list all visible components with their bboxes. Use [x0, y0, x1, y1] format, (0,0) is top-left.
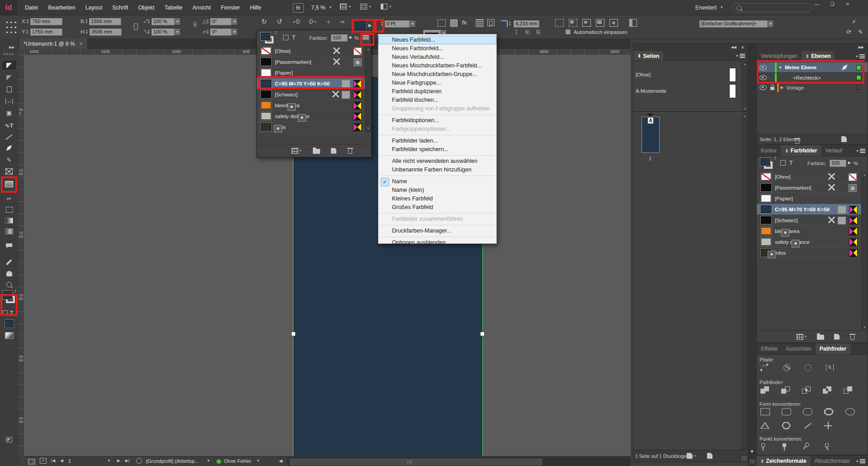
- rotate-cw-button[interactable]: ↻: [261, 18, 267, 25]
- visibility-eye-icon[interactable]: [760, 85, 767, 90]
- fill-proxy[interactable]: [3, 291, 12, 299]
- tab-pathfinder[interactable]: Pathfinder: [816, 343, 850, 354]
- formatting-container-icon[interactable]: [283, 35, 288, 40]
- menu-fenster[interactable]: Fenster: [216, 0, 245, 15]
- scale-y-field[interactable]: 100 %: [151, 28, 175, 36]
- menu-item-name-klein[interactable]: Name (klein): [378, 186, 496, 195]
- menu-item-neue-mischdruckfarben-gruppe[interactable]: Neue Mischdruckfarben-Gruppe...: [378, 70, 496, 79]
- tab-farbfelder[interactable]: ⇕Farbfelder: [781, 145, 821, 156]
- swatches-panel-menu[interactable]: ▼: [856, 145, 868, 156]
- convert-polygon-icon[interactable]: [782, 422, 791, 429]
- toolbar-grip[interactable]: [4, 53, 14, 55]
- selection-handle-right[interactable]: [480, 332, 485, 336]
- height-field[interactable]: 3506 mm: [89, 28, 122, 36]
- convert-fancy-corner-icon[interactable]: [824, 408, 834, 415]
- menu-item-neue-farbgruppe[interactable]: Neue Farbgruppe...: [378, 79, 496, 87]
- swatch-row-papier[interactable]: [Papier]: [257, 67, 365, 78]
- layer-row-vorlage[interactable]: ▶ Vorlage: [757, 83, 868, 93]
- new-color-group-button[interactable]: [313, 149, 320, 154]
- swatch-row-infos[interactable]: infos: [257, 122, 365, 133]
- swatch-row-papier[interactable]: [Papier]: [757, 193, 868, 204]
- view-options-button[interactable]: ▼: [340, 4, 351, 10]
- delete-swatch-button[interactable]: [347, 147, 353, 154]
- pathfinder-minusback-icon[interactable]: [844, 386, 852, 394]
- object-color-chip[interactable]: [856, 75, 861, 80]
- menu-item-farbfelder-speichern[interactable]: Farbfelder speichern...: [378, 145, 496, 154]
- formats-panel-menu[interactable]: ▼: [856, 459, 868, 463]
- swap-fill-stroke-icon[interactable]: ⤴: [774, 156, 776, 161]
- open-path-icon[interactable]: [783, 364, 790, 371]
- new-layer-button[interactable]: [841, 136, 847, 142]
- tint-field[interactable]: 100: [330, 34, 348, 42]
- hscroll-thumb[interactable]: [289, 458, 543, 466]
- delete-layer-button[interactable]: [794, 138, 800, 144]
- pathfinder-intersect-icon[interactable]: [802, 386, 811, 394]
- new-page-button[interactable]: [707, 453, 712, 459]
- horizontal-scrollbar[interactable]: [287, 457, 631, 466]
- fill-flyout-button[interactable]: ▶: [367, 20, 373, 30]
- dashed-frame-icon[interactable]: [438, 19, 446, 27]
- gap-tool[interactable]: |↔|: [1, 95, 17, 106]
- menu-item-neues-farbtonfeld[interactable]: Neues Farbtonfeld...: [378, 44, 496, 53]
- toolbar-fill-stroke-proxy[interactable]: ⤴: [2, 290, 16, 308]
- tab-ausrichten[interactable]: Ausrichten: [782, 343, 816, 354]
- direct-selection-tool[interactable]: ◤: [1, 72, 17, 83]
- stroke-weight-field[interactable]: 0 Pt: [384, 20, 410, 28]
- x-position-field[interactable]: 750 mm: [30, 18, 62, 25]
- autofit-checkbox[interactable]: [565, 29, 571, 35]
- formatting-container-icon[interactable]: [780, 160, 786, 166]
- menu-ansicht[interactable]: Ansicht: [187, 0, 216, 15]
- menu-datei[interactable]: Datei: [20, 0, 43, 15]
- screen-mode-button[interactable]: ▼: [360, 4, 372, 10]
- formatting-text-icon[interactable]: T: [10, 310, 13, 316]
- swatch-row-safety[interactable]: safety distance: [757, 237, 868, 247]
- reference-point-proxy[interactable]: [5, 19, 17, 34]
- apply-gradient-button[interactable]: [1, 330, 17, 341]
- import-icon[interactable]: ⎗: [525, 29, 530, 35]
- pages-scrollbar[interactable]: ▲: [741, 113, 748, 450]
- menu-item-farbfeld-duplizieren[interactable]: Farbfeld duplizieren: [378, 87, 496, 96]
- menu-item-farbfeldoptionen[interactable]: Farbfeldoptionen...: [378, 116, 496, 125]
- disclosure-triangle[interactable]: ▼: [778, 66, 782, 70]
- swatches-scrollbar[interactable]: ▲▼: [861, 171, 868, 331]
- fill-frame-prop-icon[interactable]: [596, 19, 604, 27]
- rectangle-tool[interactable]: [1, 179, 17, 190]
- master-a-row[interactable]: A-Musterseite: [633, 83, 738, 99]
- popup-panel-menu[interactable]: [363, 35, 369, 40]
- convert-line-icon[interactable]: [803, 422, 812, 429]
- convert-triangle-icon[interactable]: [760, 422, 770, 429]
- tint-flyout[interactable]: ▶: [349, 35, 352, 39]
- constrain-dimensions-icon[interactable]: [134, 23, 138, 30]
- swatch-row-ohne[interactable]: [Ohne]: [757, 171, 868, 182]
- fill-color-well[interactable]: [354, 20, 366, 31]
- convert-ellipse-icon[interactable]: [845, 408, 855, 415]
- collapse-toolbar-button[interactable]: ▶▶: [9, 45, 14, 49]
- prev-page-button[interactable]: ◀: [60, 459, 63, 463]
- layer-row-meine-ebene[interactable]: ▼ Meine Ebene: [757, 62, 868, 73]
- note-tool[interactable]: [1, 240, 17, 251]
- constrain-scale-icon[interactable]: [193, 22, 197, 31]
- swap-fill-stroke-icon[interactable]: ⤴: [14, 289, 17, 294]
- shear-dropdown[interactable]: ▼: [231, 28, 238, 36]
- swatch-row-bleed[interactable]: bleed area: [257, 100, 365, 111]
- export-icon[interactable]: ↗: [40, 458, 47, 464]
- menu-layout[interactable]: Layout: [80, 0, 108, 15]
- convert-symmetric-point-icon[interactable]: [824, 443, 832, 451]
- swatch-row-passermarken[interactable]: [Passermarken] ⊕: [757, 182, 868, 193]
- filled-frame-icon[interactable]: [450, 19, 458, 27]
- ruler-origin[interactable]: [18, 49, 24, 55]
- corner-radius-field[interactable]: 4,233 mm: [513, 20, 539, 28]
- page-list-dropdown[interactable]: ▼: [107, 459, 111, 463]
- master-ohne-row[interactable]: [Ohne]: [633, 67, 738, 82]
- edit-original-icon[interactable]: ✎: [858, 29, 863, 35]
- preflight-alert-icon[interactable]: ⚙!: [27, 458, 36, 466]
- tab-ebenen[interactable]: ⇕Ebenen: [802, 51, 835, 61]
- next-page-button[interactable]: ▶: [117, 459, 120, 463]
- workspace-switcher[interactable]: Erweitert ▼: [695, 3, 723, 12]
- menu-item-farbfeld-loeschen[interactable]: Farbfeld löschen...: [378, 96, 496, 105]
- search-input[interactable]: [732, 3, 812, 12]
- menu-bearbeiten[interactable]: Bearbeiten: [43, 0, 80, 15]
- swatch-row-passermarken[interactable]: [Passermarken] ⊕: [257, 57, 365, 67]
- dock-gutter[interactable]: ▼: [748, 43, 756, 466]
- pen-tool[interactable]: [1, 143, 17, 153]
